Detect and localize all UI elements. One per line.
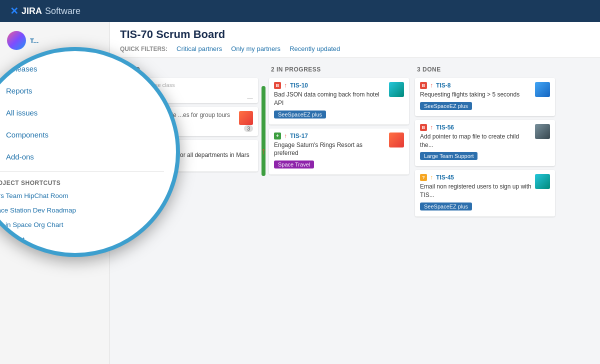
tis10-title: Bad JSON data coming back from hotel API (274, 90, 386, 108)
tis8-type-icon: B (420, 82, 427, 89)
magnifier-divider (0, 171, 164, 172)
top-navbar: ✕ JIRA Software (0, 0, 600, 22)
card-count-shuttle: 3 (244, 125, 253, 132)
jira-x-icon: ✕ (10, 5, 18, 17)
tis8-tag: SeeSpaceEZ plus (420, 102, 472, 110)
magnifier-content: Releases Reports All issues Components (0, 51, 176, 253)
card-tis17[interactable]: + ↑ TIS-17 Engage Saturn's Rings Resort … (269, 128, 409, 175)
tis45-header-row: ? ↑ TIS-45 Email non registered users to… (420, 174, 550, 210)
tis10-header-row: B ↑ TIS-10 Bad JSON data coming back fro… (274, 82, 404, 118)
card-tis10[interactable]: B ↑ TIS-10 Bad JSON data coming back fro… (269, 78, 409, 124)
done-cards: B ↑ TIS-8 Requesting flights taking > 5 … (415, 78, 555, 216)
tis8-header-row: B ↑ TIS-8 Requesting flights taking > 5 … (420, 82, 550, 110)
tis8-priority: ↑ (430, 82, 433, 89)
all-issues-label: All issues (6, 108, 38, 117)
addons-label: Add-ons (6, 152, 34, 161)
reports-label: Reports (6, 86, 32, 95)
sidebar-item-all-issues[interactable]: All issues (0, 102, 164, 124)
tis10-id-row: B ↑ TIS-10 (274, 82, 386, 89)
tis56-avatar (535, 124, 550, 139)
board-header: TIS-70 Scrum Board QUICK FILTERS: Critic… (110, 22, 600, 58)
tis8-title: Requesting flights taking > 5 seconds (420, 90, 532, 99)
shortcut-roadmap[interactable]: Space Station Dev Roadmap (0, 203, 164, 218)
progress-bar (262, 86, 266, 176)
avatar-shuttle (239, 111, 253, 125)
tis45-avatar (535, 174, 550, 189)
shortcut-orgchart[interactable]: ...ms in Space Org Chart (0, 218, 164, 232)
shortcut-hipchat[interactable]: Mars Team HipChat Room (0, 188, 164, 203)
tis10-type-icon: B (274, 82, 281, 89)
tis10-avatar (389, 82, 404, 97)
done-column: 3 Done B ↑ TIS-8 Requesting flights (415, 66, 555, 356)
tis8-id: TIS-8 (436, 82, 450, 89)
tis45-id-row: ? ↑ TIS-45 (420, 174, 532, 181)
tis56-tag: Large Team Support (420, 152, 478, 160)
card-tis45[interactable]: ? ↑ TIS-45 Email non registered users to… (415, 170, 555, 216)
tis17-title: Engage Saturn's Rings Resort as preferre… (274, 141, 386, 158)
card-tis56[interactable]: B ↑ TIS-56 Add pointer to map file to cr… (415, 120, 555, 166)
board-area: TIS-70 Scrum Board QUICK FILTERS: Critic… (110, 22, 600, 364)
board-filters: QUICK FILTERS: Critical partners Only my… (120, 45, 590, 58)
in-progress-header: 2 In progress (269, 66, 409, 78)
tis45-priority: ↑ (430, 174, 433, 181)
project-name: T... (30, 37, 38, 44)
tis56-priority: ↑ (430, 124, 433, 131)
tis45-tag: SeeSpaceEZ plus (420, 202, 472, 210)
tis56-id-row: B ↑ TIS-56 (420, 124, 532, 131)
tis45-title: Email non registered users to sign up wi… (420, 182, 532, 200)
in-progress-cards: B ↑ TIS-10 Bad JSON data coming back fro… (269, 78, 409, 174)
shortcuts-section-title: PROJECT SHORTCUTS (0, 174, 164, 188)
filter-critical-partners[interactable]: Critical partners (176, 45, 222, 52)
filter-recently-updated[interactable]: Recently updated (290, 45, 340, 52)
tis17-priority: ↑ (284, 132, 287, 140)
filters-label: QUICK FILTERS: (120, 46, 168, 52)
tis17-tag: Space Travel (274, 160, 314, 168)
tis17-type-icon: + (274, 132, 281, 140)
card-count (247, 98, 253, 99)
in-progress-column: 2 In progress B ↑ TIS-10 Bad JSON da (269, 66, 409, 356)
tis10-priority: ↑ (284, 82, 287, 89)
jira-logo[interactable]: ✕ JIRA Software (10, 5, 80, 17)
done-header: 3 Done (415, 66, 555, 78)
jira-wordmark: JIRA (22, 6, 42, 16)
tis10-id: TIS-10 (290, 82, 308, 89)
tis8-id-row: B ↑ TIS-8 (420, 82, 532, 89)
card-tis8[interactable]: B ↑ TIS-8 Requesting flights taking > 5 … (415, 78, 555, 116)
tis17-header-row: + ↑ TIS-17 Engage Saturn's Rings Resort … (274, 132, 404, 169)
tis45-type-icon: ? (420, 174, 427, 181)
tis17-id-row: + ↑ TIS-17 (274, 132, 386, 140)
avatar (7, 31, 26, 50)
sidebar-item-reports[interactable]: Reports (0, 80, 164, 102)
tis56-id: TIS-56 (436, 124, 454, 131)
tis17-avatar (389, 132, 404, 148)
tis17-id: TIS-17 (290, 132, 308, 140)
sidebar-item-addons[interactable]: Add-ons (0, 146, 164, 168)
progress-bar-area: ↑ (261, 86, 266, 356)
jira-suffix: Software (45, 6, 80, 16)
arrow-indicator: ↑ (262, 146, 266, 156)
sidebar-item-components[interactable]: Components (0, 124, 164, 146)
tis56-header-row: B ↑ TIS-56 Add pointer to map file to cr… (420, 124, 550, 160)
tis10-tag: SeeSpaceEZ plus (274, 110, 326, 118)
tis56-type-icon: B (420, 124, 427, 131)
tis8-avatar (535, 82, 550, 97)
board-columns: To Do ...ses an ...use class ...port ...… (110, 58, 600, 364)
components-label: Components (6, 130, 48, 139)
tis56-title: Add pointer to map file to create child … (420, 132, 532, 150)
filter-only-my-partners[interactable]: Only my partners (231, 45, 280, 52)
tis45-id: TIS-45 (436, 174, 454, 181)
main-container: T... TIS-70 Scrum Board QUICK FILTERS: C… (0, 22, 600, 364)
board-title: TIS-70 Scrum Board (120, 28, 590, 41)
